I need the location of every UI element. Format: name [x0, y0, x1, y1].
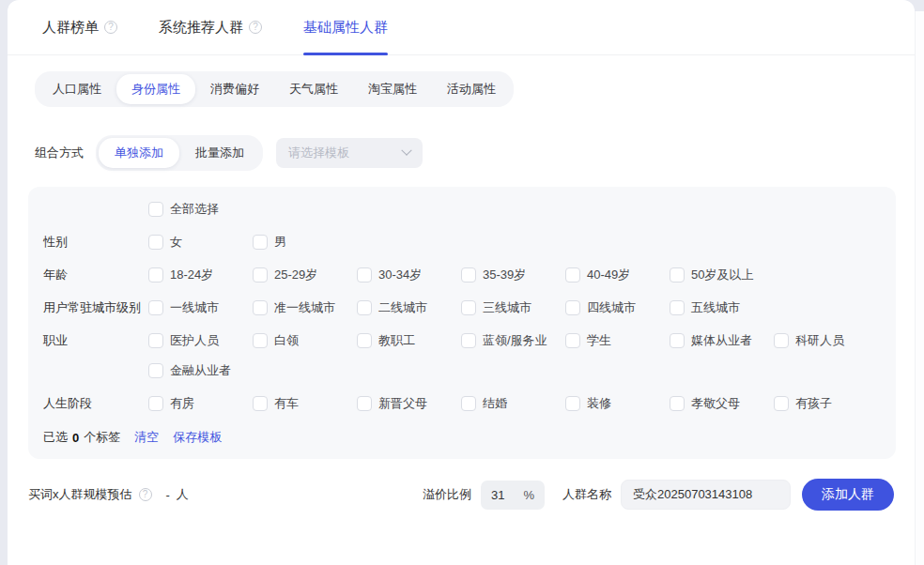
attribute-option[interactable]: 一线城市: [148, 298, 253, 318]
help-icon[interactable]: ?: [104, 21, 117, 34]
option-label: 四线城市: [587, 298, 636, 318]
attribute-option[interactable]: 30-34岁: [357, 265, 461, 285]
attribute-option[interactable]: 准一线城市: [253, 298, 357, 318]
option-label: 科研人员: [795, 330, 844, 351]
attribute-option[interactable]: 蓝领/服务业: [461, 330, 565, 351]
checkbox[interactable]: [148, 396, 163, 411]
clear-link[interactable]: 清空: [134, 429, 159, 446]
tab-crowd-ranking[interactable]: 人群榜单 ?: [42, 0, 117, 54]
attribute-option[interactable]: 女: [148, 232, 253, 252]
attribute-option[interactable]: 男: [253, 232, 357, 252]
attribute-option[interactable]: 25-29岁: [253, 265, 357, 285]
top-tab-bar: 人群榜单 ? 系统推荐人群 ? 基础属性人群: [8, 0, 915, 55]
checkbox[interactable]: [461, 333, 476, 348]
option-label: 35-39岁: [483, 265, 526, 285]
save-template-link[interactable]: 保存模板: [173, 429, 222, 446]
tab-basic-attributes[interactable]: 基础属性人群: [303, 0, 388, 54]
scrollbar-track[interactable]: [915, 11, 924, 565]
combine-mode-option[interactable]: 批量添加: [179, 138, 260, 168]
checkbox[interactable]: [253, 300, 268, 315]
audience-name-input[interactable]: [621, 480, 791, 510]
attribute-row: 用户常驻城市级别一线城市准一线城市二线城市三线城市四线城市五线城市: [43, 298, 881, 318]
attribute-option[interactable]: 有车: [253, 393, 357, 414]
checkbox[interactable]: [253, 267, 268, 282]
attribute-option[interactable]: 新晋父母: [357, 393, 461, 414]
checkbox[interactable]: [253, 235, 268, 250]
checkbox[interactable]: [148, 235, 163, 250]
audience-settings-card: 人群榜单 ? 系统推荐人群 ? 基础属性人群 人口属性身份属性消费偏好天气属性淘…: [8, 0, 915, 565]
checkbox[interactable]: [461, 267, 476, 282]
option-label: 30-34岁: [378, 265, 422, 285]
checkbox[interactable]: [670, 267, 685, 282]
audience-name-label: 人群名称: [562, 486, 611, 503]
attribute-option[interactable]: 结婚: [461, 393, 565, 414]
attribute-option[interactable]: 白领: [253, 330, 357, 351]
scale-estimate: 买词x人群规模预估 ? - 人: [28, 486, 189, 503]
attribute-option[interactable]: 有孩子: [774, 393, 878, 414]
attribute-option[interactable]: 三线城市: [461, 298, 565, 318]
checkbox[interactable]: [148, 363, 163, 378]
attribute-row: 人生阶段有房有车新晋父母结婚装修孝敬父母有孩子: [43, 393, 881, 414]
checkbox[interactable]: [357, 333, 372, 348]
checkbox[interactable]: [670, 300, 685, 315]
option-label: 白领: [274, 330, 299, 351]
checkbox[interactable]: [565, 396, 580, 411]
checkbox[interactable]: [357, 267, 372, 282]
attribute-option[interactable]: 35-39岁: [461, 265, 565, 285]
attribute-option[interactable]: 媒体从业者: [670, 330, 774, 351]
checkbox[interactable]: [253, 396, 268, 411]
percent-unit: %: [523, 488, 534, 502]
category-pill[interactable]: 消费偏好: [195, 74, 274, 104]
premium-ratio-field[interactable]: %: [481, 481, 545, 510]
checkbox[interactable]: [148, 202, 163, 217]
attribute-panel: 全部选择 性别女男年龄18-24岁25-29岁30-34岁35-39岁40-49…: [28, 187, 896, 459]
checkbox[interactable]: [148, 333, 163, 348]
checkbox[interactable]: [148, 267, 163, 282]
attribute-option[interactable]: 医护人员: [148, 330, 253, 351]
checkbox[interactable]: [461, 300, 476, 315]
checkbox[interactable]: [670, 396, 685, 411]
combine-mode-option[interactable]: 单独添加: [99, 138, 179, 168]
attribute-option[interactable]: 50岁及以上: [670, 265, 774, 285]
checkbox[interactable]: [461, 396, 476, 411]
select-all-option[interactable]: 全部选择: [148, 199, 219, 220]
attribute-row-label: 用户常驻城市级别: [43, 298, 148, 318]
checkbox[interactable]: [357, 300, 372, 315]
option-label: 全部选择: [170, 199, 219, 220]
option-label: 一线城市: [170, 298, 219, 318]
attribute-option[interactable]: 18-24岁: [148, 265, 253, 285]
attribute-option[interactable]: 五线城市: [670, 298, 774, 318]
attribute-option[interactable]: 40-49岁: [565, 265, 670, 285]
attribute-option[interactable]: 学生: [565, 330, 670, 351]
attribute-option[interactable]: 孝敬父母: [670, 393, 774, 414]
tab-system-recommended[interactable]: 系统推荐人群 ?: [159, 0, 262, 54]
category-pill[interactable]: 身份属性: [116, 74, 195, 104]
checkbox[interactable]: [774, 333, 789, 348]
select-all-row: 全部选择: [43, 199, 881, 220]
checkbox[interactable]: [253, 333, 268, 348]
attribute-option[interactable]: 四线城市: [565, 298, 670, 318]
checkbox[interactable]: [565, 300, 580, 315]
template-select[interactable]: 请选择模板: [276, 138, 423, 168]
attribute-option[interactable]: 科研人员: [774, 330, 878, 351]
category-pill[interactable]: 活动属性: [432, 74, 511, 104]
checkbox[interactable]: [565, 267, 580, 282]
help-icon[interactable]: ?: [139, 488, 152, 501]
category-pill[interactable]: 人口属性: [38, 74, 116, 104]
checkbox[interactable]: [670, 333, 685, 348]
checkbox[interactable]: [357, 396, 372, 411]
category-pill[interactable]: 天气属性: [274, 74, 353, 104]
attribute-option[interactable]: 有房: [148, 393, 253, 414]
add-audience-button[interactable]: 添加人群: [802, 479, 894, 511]
option-label: 有车: [274, 393, 299, 414]
checkbox[interactable]: [774, 396, 789, 411]
attribute-option[interactable]: 教职工: [357, 330, 461, 351]
help-icon[interactable]: ?: [249, 21, 262, 34]
checkbox[interactable]: [565, 333, 580, 348]
category-pill[interactable]: 淘宝属性: [353, 74, 432, 104]
attribute-option[interactable]: 装修: [565, 393, 670, 414]
checkbox[interactable]: [148, 300, 163, 315]
attribute-option[interactable]: 二线城市: [357, 298, 461, 318]
attribute-option[interactable]: 金融从业者: [148, 360, 253, 381]
premium-ratio-input[interactable]: [491, 488, 516, 502]
